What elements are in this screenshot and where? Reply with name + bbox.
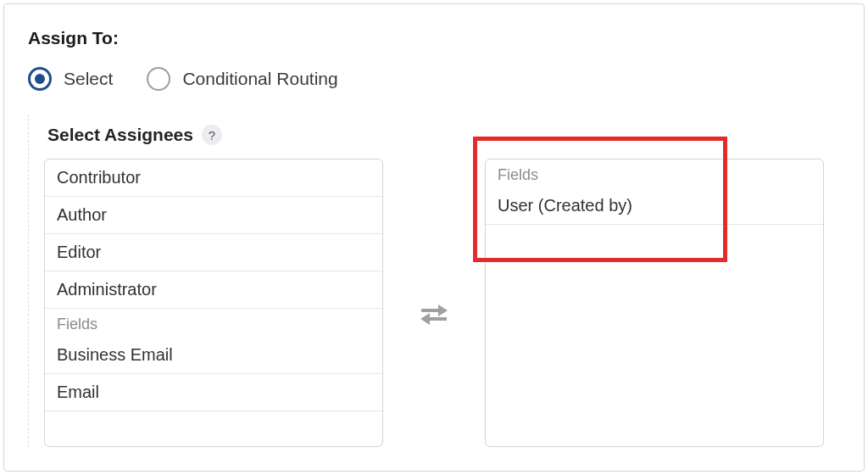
radio-select-label: Select	[64, 69, 113, 89]
fields-header: Fields	[45, 309, 382, 337]
list-item[interactable]: Editor	[45, 234, 382, 271]
list-item[interactable]: Administrator	[45, 271, 382, 309]
list-item[interactable]: Business Email	[45, 337, 382, 374]
list-item[interactable]: Author	[45, 197, 382, 234]
assignment-mode-radio-group: Select Conditional Routing	[28, 67, 840, 91]
swap-horizontal-icon[interactable]	[420, 305, 448, 328]
list-item[interactable]: User (Created by)	[486, 187, 823, 225]
radio-select[interactable]: Select	[28, 67, 113, 91]
radio-conditional-label: Conditional Routing	[182, 69, 337, 89]
available-assignees-list[interactable]: Contributor Author Editor Administrator …	[44, 159, 383, 447]
assignee-transfer: Contributor Author Editor Administrator …	[44, 159, 840, 447]
list-item[interactable]: Email	[45, 374, 382, 411]
radio-icon	[28, 67, 52, 91]
help-icon[interactable]: ?	[202, 125, 222, 145]
radio-conditional-routing[interactable]: Conditional Routing	[147, 67, 337, 91]
selected-assignees-list[interactable]: Fields User (Created by)	[485, 159, 824, 447]
assign-to-label: Assign To:	[28, 28, 840, 48]
list-item[interactable]: Contributor	[45, 159, 382, 197]
select-assignees-section: Select Assignees ? Contributor Author Ed…	[28, 115, 840, 447]
fields-header: Fields	[486, 159, 823, 187]
radio-icon	[147, 67, 170, 91]
assign-to-panel: Assign To: Select Conditional Routing Se…	[3, 3, 865, 472]
select-assignees-title: Select Assignees	[47, 125, 193, 145]
